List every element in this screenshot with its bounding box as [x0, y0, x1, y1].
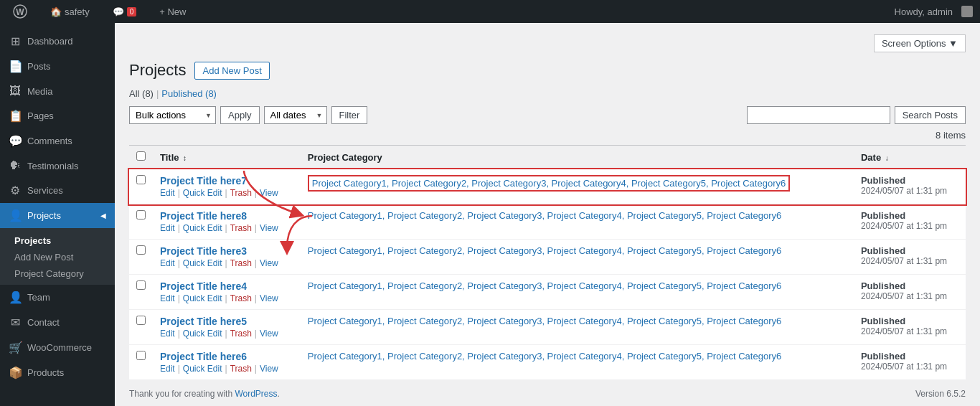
table-body: Project Title here7Edit|Quick Edit|Trash… — [129, 169, 966, 380]
action-quick-edit[interactable]: Quick Edit — [183, 258, 222, 268]
sidebar-item-services[interactable]: ⚙ Services — [0, 178, 115, 203]
action-edit[interactable]: Edit — [160, 329, 175, 339]
apply-button[interactable]: Apply — [220, 106, 260, 124]
post-title-link[interactable]: Project Title here5 — [160, 316, 293, 327]
row-actions: Edit|Quick Edit|Trash|View — [160, 329, 293, 339]
action-view[interactable]: View — [260, 329, 278, 339]
comments-item[interactable]: 💬 0 — [107, 0, 143, 23]
action-sep: | — [178, 329, 180, 339]
sidebar-label-media: Media — [27, 86, 52, 97]
table-cell-date: Published2024/05/07 at 1:31 pm — [854, 275, 966, 310]
submenu-item-add-new[interactable]: Add New Post — [0, 249, 115, 265]
action-sep: | — [178, 364, 180, 374]
post-title-link[interactable]: Project Title here3 — [160, 245, 293, 257]
sidebar-item-contact[interactable]: ✉ Contact — [0, 310, 115, 335]
pages-icon: 📋 — [9, 109, 22, 123]
action-edit[interactable]: Edit — [160, 188, 175, 198]
sidebar-label-dashboard: Dashboard — [27, 36, 73, 47]
row-checkbox[interactable] — [136, 280, 146, 290]
admin-bar: W 🏠 safety 💬 0 + New Howdy, admin — [0, 0, 980, 23]
screen-options-button[interactable]: Screen Options ▼ — [874, 34, 966, 52]
table-header-row: Title ↕ Project Category Date ↓ — [129, 146, 966, 169]
table-cell-category: Project Category1, Project Category2, Pr… — [301, 169, 854, 204]
action-edit[interactable]: Edit — [160, 364, 175, 374]
action-edit[interactable]: Edit — [160, 258, 175, 268]
comments-menu-icon: 💬 — [9, 134, 22, 148]
bulk-actions-select[interactable]: Bulk actions Edit Move to Trash — [129, 106, 216, 124]
th-date[interactable]: Date ↓ — [854, 146, 966, 169]
action-view[interactable]: View — [260, 364, 278, 374]
row-checkbox[interactable] — [136, 245, 146, 255]
sidebar-item-pages[interactable]: 📋 Pages — [0, 103, 115, 128]
action-view[interactable]: View — [260, 188, 278, 198]
action-edit[interactable]: Edit — [160, 223, 175, 233]
table-cell-category: Project Category1, Project Category2, Pr… — [301, 275, 854, 310]
sidebar-item-projects[interactable]: 👤 Projects ◀ — [0, 203, 115, 228]
sidebar-label-pages: Pages — [27, 110, 54, 121]
sidebar-item-media[interactable]: 🖼 Media — [0, 79, 115, 103]
action-trash[interactable]: Trash — [230, 258, 252, 268]
post-date: 2024/05/07 at 1:31 pm — [861, 291, 958, 301]
dates-select[interactable]: All dates — [264, 106, 327, 124]
comment-icon: 💬 — [113, 6, 124, 17]
action-view[interactable]: View — [260, 293, 278, 303]
woocommerce-icon: 🛒 — [9, 341, 22, 354]
action-quick-edit[interactable]: Quick Edit — [183, 188, 222, 198]
action-trash[interactable]: Trash — [230, 364, 252, 374]
filter-button[interactable]: Filter — [331, 106, 368, 124]
action-edit[interactable]: Edit — [160, 293, 175, 303]
sidebar-item-comments[interactable]: 💬 Comments — [0, 128, 115, 154]
row-checkbox[interactable] — [136, 175, 146, 184]
action-trash[interactable]: Trash — [230, 188, 252, 198]
new-item[interactable]: + New — [154, 0, 192, 23]
post-title-link[interactable]: Project Title here7 — [160, 175, 293, 187]
action-view[interactable]: View — [260, 258, 278, 268]
content-wrap: Screen Options ▼ Projects Add New Post A… — [129, 34, 966, 402]
action-view[interactable]: View — [260, 223, 278, 233]
th-title[interactable]: Title ↕ — [153, 146, 301, 169]
post-status: Published — [861, 175, 958, 186]
post-title-link[interactable]: Project Title here6 — [160, 351, 293, 362]
sidebar-label-projects: Projects — [27, 210, 61, 221]
wp-link[interactable]: WordPress — [235, 389, 277, 399]
sidebar-item-woocommerce[interactable]: 🛒 WooCommerce — [0, 335, 115, 360]
action-quick-edit[interactable]: Quick Edit — [183, 329, 222, 339]
svg-text:W: W — [16, 7, 24, 17]
howdy-text: Howdy, admin — [895, 6, 953, 17]
sidebar-item-team[interactable]: 👤 Team — [0, 285, 115, 310]
select-all-checkbox[interactable] — [136, 151, 146, 161]
post-status: Published — [861, 351, 958, 362]
action-quick-edit[interactable]: Quick Edit — [183, 364, 222, 374]
search-input[interactable] — [747, 106, 890, 124]
site-name: safety — [65, 6, 90, 17]
site-name-item[interactable]: 🏠 safety — [44, 0, 95, 23]
table-header: Title ↕ Project Category Date ↓ — [129, 146, 966, 169]
dates-filter-wrap: All dates — [264, 106, 327, 124]
row-checkbox[interactable] — [136, 316, 146, 325]
sidebar-item-dashboard[interactable]: ⊞ Dashboard — [0, 29, 115, 54]
action-sep: | — [255, 223, 257, 233]
action-quick-edit[interactable]: Quick Edit — [183, 223, 222, 233]
action-trash[interactable]: Trash — [230, 293, 252, 303]
post-title-link[interactable]: Project Title here4 — [160, 280, 293, 292]
sidebar-item-testimonials[interactable]: 🗣 Testimonials — [0, 154, 115, 178]
action-quick-edit[interactable]: Quick Edit — [183, 293, 222, 303]
submenu-item-project-category[interactable]: Project Category — [0, 265, 115, 282]
title-sort-icon: ↕ — [183, 154, 187, 162]
action-trash[interactable]: Trash — [230, 223, 252, 233]
sidebar-item-products[interactable]: 📦 Products — [0, 360, 115, 385]
filter-all[interactable]: All (8) — [129, 88, 154, 99]
filter-published[interactable]: Published (8) — [161, 88, 217, 99]
wp-logo-item[interactable]: W — [7, 0, 33, 23]
post-status: Published — [861, 316, 958, 326]
page-header: Projects Add New Post — [129, 61, 966, 80]
search-posts-button[interactable]: Search Posts — [895, 106, 966, 124]
post-title-link[interactable]: Project Title here8 — [160, 210, 293, 222]
add-new-post-button[interactable]: Add New Post — [194, 62, 269, 80]
action-trash[interactable]: Trash — [230, 329, 252, 339]
row-checkbox[interactable] — [136, 351, 146, 360]
products-icon: 📦 — [9, 366, 22, 379]
row-checkbox[interactable] — [136, 210, 146, 219]
sidebar-item-posts[interactable]: 📄 Posts — [0, 54, 115, 79]
adminbar-right: Howdy, admin — [895, 6, 973, 17]
